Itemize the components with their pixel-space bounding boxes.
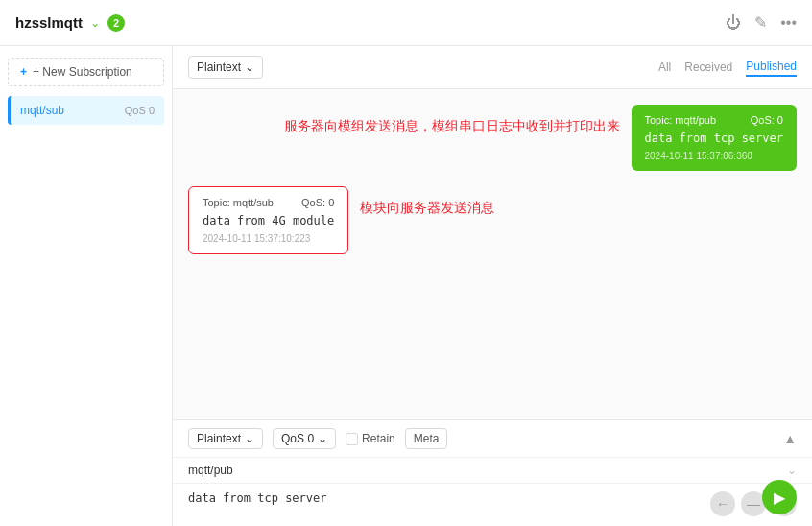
power-icon[interactable]: ⏻ bbox=[726, 14, 741, 32]
received-message-box: Topic: mqtt/sub QoS: 0 data from 4G modu… bbox=[188, 186, 348, 254]
retain-checkbox[interactable] bbox=[346, 433, 358, 445]
format-label: Plaintext bbox=[197, 60, 241, 74]
received-topic: Topic: mqtt/sub bbox=[203, 197, 274, 208]
message-input[interactable]: data from tcp server bbox=[188, 491, 710, 518]
received-time: 2024-10-11 15:37:10:223 bbox=[203, 233, 334, 244]
received-annotation: 模块向服务器发送消息 bbox=[360, 186, 494, 217]
send-button[interactable]: ▶ bbox=[762, 480, 797, 514]
composer-body: data from tcp server ← — → bbox=[173, 484, 812, 526]
received-message-row: Topic: mqtt/sub QoS: 0 data from 4G modu… bbox=[188, 186, 797, 254]
connection-badge: 2 bbox=[107, 14, 125, 32]
tab-all[interactable]: All bbox=[658, 59, 671, 76]
content-toolbar: Plaintext ⌄ All Received Published bbox=[173, 46, 812, 89]
toolbar-left: Plaintext ⌄ bbox=[188, 56, 263, 79]
retain-label-text: Retain bbox=[362, 432, 395, 445]
toolbar-tabs: All Received Published bbox=[658, 58, 797, 77]
content-area: Plaintext ⌄ All Received Published 服务器向模… bbox=[173, 46, 812, 526]
published-topic: Topic: mqtt/pub bbox=[645, 114, 717, 126]
published-annotation: 服务器向模组发送消息，模组串口日志中收到并打印出来 bbox=[284, 105, 620, 135]
composer: Plaintext ⌄ QoS 0 ⌄ Retain Meta ▲ bbox=[173, 419, 812, 526]
published-qos: QoS: 0 bbox=[751, 114, 783, 126]
composer-topic-row: ⌄ bbox=[173, 458, 812, 484]
edit-icon[interactable]: ✎ bbox=[754, 13, 767, 32]
header-left: hzsslmqtt ⌄ 2 bbox=[15, 14, 125, 32]
subscription-topic: mqtt/sub bbox=[20, 104, 64, 117]
app-title: hzsslmqtt bbox=[15, 14, 83, 31]
format-select[interactable]: Plaintext ⌄ bbox=[188, 56, 263, 79]
subscription-qos: QoS 0 bbox=[125, 105, 155, 116]
composer-qos-select[interactable]: QoS 0 ⌄ bbox=[273, 428, 336, 449]
composer-qos-chevron: ⌄ bbox=[318, 432, 327, 445]
composer-toolbar: Plaintext ⌄ QoS 0 ⌄ Retain Meta ▲ bbox=[173, 420, 812, 458]
published-message-box: Topic: mqtt/pub QoS: 0 data from tcp ser… bbox=[632, 105, 798, 171]
sidebar: + + New Subscription mqtt/sub QoS 0 bbox=[0, 46, 173, 526]
received-content: data from 4G module bbox=[203, 214, 334, 227]
header-right: ⏻ ✎ ••• bbox=[726, 13, 797, 32]
main-layout: + + New Subscription mqtt/sub QoS 0 Plai… bbox=[0, 46, 812, 526]
more-icon[interactable]: ••• bbox=[780, 14, 797, 32]
tab-received[interactable]: Received bbox=[684, 59, 732, 76]
topic-input[interactable] bbox=[188, 464, 787, 477]
composer-format-select[interactable]: Plaintext ⌄ bbox=[188, 428, 263, 449]
published-time: 2024-10-11 15:37:06:360 bbox=[645, 151, 784, 161]
received-msg-header: Topic: mqtt/sub QoS: 0 bbox=[203, 197, 334, 208]
published-msg-header: Topic: mqtt/pub QoS: 0 bbox=[645, 114, 784, 126]
composer-qos-label: QoS 0 bbox=[281, 432, 314, 445]
plus-icon: + bbox=[20, 65, 27, 79]
prev-message-button[interactable]: ← bbox=[710, 491, 735, 516]
published-message-row: 服务器向模组发送消息，模组串口日志中收到并打印出来 Topic: mqtt/pu… bbox=[188, 105, 797, 171]
composer-format-label: Plaintext bbox=[197, 432, 241, 445]
subscription-item[interactable]: mqtt/sub QoS 0 bbox=[8, 96, 164, 125]
retain-option: Retain bbox=[346, 432, 395, 445]
title-dropdown-icon[interactable]: ⌄ bbox=[90, 16, 100, 30]
tab-published[interactable]: Published bbox=[746, 58, 797, 77]
messages-area: 服务器向模组发送消息，模组串口日志中收到并打印出来 Topic: mqtt/pu… bbox=[173, 89, 812, 419]
meta-button[interactable]: Meta bbox=[405, 428, 448, 449]
published-content: data from tcp server bbox=[645, 132, 784, 145]
collapse-button[interactable]: ▲ bbox=[783, 431, 797, 446]
format-chevron-icon: ⌄ bbox=[245, 60, 254, 74]
received-qos: QoS: 0 bbox=[301, 197, 334, 208]
new-subscription-label: + New Subscription bbox=[33, 65, 132, 79]
new-subscription-button[interactable]: + + New Subscription bbox=[8, 58, 164, 86]
app-container: hzsslmqtt ⌄ 2 ⏻ ✎ ••• + + New Subscripti… bbox=[0, 0, 812, 526]
topic-dropdown-icon[interactable]: ⌄ bbox=[787, 464, 797, 477]
header: hzsslmqtt ⌄ 2 ⏻ ✎ ••• bbox=[0, 0, 812, 46]
composer-format-chevron: ⌄ bbox=[245, 432, 254, 445]
